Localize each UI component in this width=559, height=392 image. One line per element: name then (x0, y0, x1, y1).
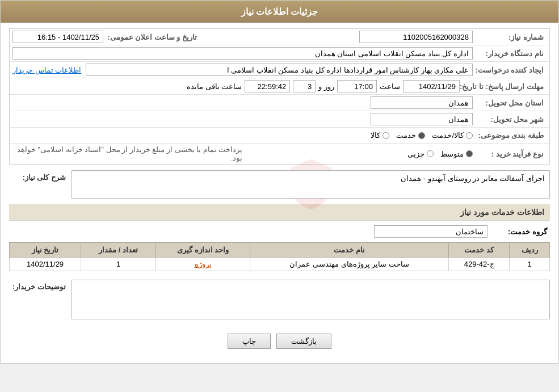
khadamat-section-title: اطلاعات خدمات مورد نیاز (9, 204, 550, 221)
saaat-label: ساعت (380, 82, 400, 91)
ijad-value: علی مکاری بهار کارشناس امور قراردادها اد… (86, 64, 473, 76)
radio-circle-jozi (427, 150, 434, 157)
col-tarikh: تاریخ نیاز (10, 243, 81, 258)
col-kod: کد خدمت (448, 243, 509, 258)
cell-nam: ساخت سایر پروژه‌های مهندسی عمران (250, 258, 449, 271)
row-noea: نوع فرآیند خرید : متوسط جزیی پرداخت تمام… (10, 144, 549, 164)
row-dastgah: نام دستگاه خریدار: اداره کل بنیاد مسکن ا… (10, 45, 549, 62)
table-row: 1 ج-42-429 ساخت سایر پروژه‌های مهندسی عم… (10, 258, 550, 271)
row-shomara: شماره نیاز: 1102005162000328 تاریخ و ساع… (10, 29, 549, 45)
ostan-value: همدان (371, 96, 473, 109)
cell-radif: 1 (510, 258, 550, 271)
sharh-container: ANA اجرای آسفالت معابر در روستای آبهندو … (72, 170, 550, 199)
ostan-label: استان محل تحویل: (473, 99, 547, 107)
table-body: 1 ج-42-429 ساخت سایر پروژه‌های مهندسی عم… (10, 258, 550, 271)
col-tedad: تعداد / مقدار (81, 243, 156, 258)
mohlat-date: 1402/11/29 (403, 80, 460, 92)
sharh-section: ANA اجرای آسفالت معابر در روستای آبهندو … (9, 170, 550, 199)
radio-kala: کالا (371, 131, 389, 140)
cell-tarikh: 1402/11/29 (10, 258, 81, 271)
kala-label: کالا (371, 131, 380, 140)
row-mohlat: مهلت ارسال پاسخ: تا تاریخ: 1402/11/29 سا… (10, 78, 549, 95)
radio-circle-motavaset (466, 150, 473, 157)
sharh-label: شرح کلی نیاز: (9, 170, 72, 182)
page-header: جزئیات اطلاعات نیاز (1, 1, 558, 23)
shomara-value: 1102005162000328 (359, 31, 473, 43)
mohlat-label: مهلت ارسال پاسخ: تا تاریخ: (460, 82, 547, 91)
saaat-baqi-label: ساعت باقی مانده (187, 82, 242, 91)
shahr-label: شهر محل تحویل: (473, 115, 547, 124)
tavzihat-box (72, 280, 550, 319)
row-ostan: استان محل تحویل: همدان (10, 95, 549, 111)
col-vahed: واحد اندازه گیری (156, 243, 250, 258)
sharh-value-box: اجرای آسفالت معابر در روستای آبهندو - هم… (72, 170, 550, 199)
noea-description: پرداخت تمام یا بخشی از مبلغ خریدار از مح… (12, 145, 243, 162)
kala-khedmat-label: کالا/خدمت (432, 131, 464, 140)
tabagheh-label: طبقه بندی موضوعی: (473, 131, 547, 140)
roz-o-label: روز و (318, 82, 334, 91)
tarikh-label: تاریخ و ساعت اعلان عمومی: (103, 33, 200, 41)
motavaset-label: متوسط (440, 150, 464, 158)
radio-motavaset: متوسط (440, 150, 473, 158)
tavzihat-section: توضیحات خریدار: (9, 280, 550, 319)
sharh-text: اجرای آسفالت معابر در روستای آبهندو - هم… (401, 174, 545, 183)
services-table: ردیف کد خدمت نام خدمت واحد اندازه گیری ت… (9, 242, 550, 271)
contact-link[interactable]: اطلاعات تماس خریدار (12, 66, 81, 74)
main-content: شماره نیاز: 1102005162000328 تاریخ و ساع… (1, 23, 558, 363)
tabagheh-options: کالا/خدمت خدمت کالا (12, 131, 473, 140)
table-head: ردیف کد خدمت نام خدمت واحد اندازه گیری ت… (10, 243, 550, 258)
radio-jozi: جزیی (407, 150, 434, 158)
group-value: ساختمان (374, 225, 487, 238)
row-ijad: ایجاد کننده درخواست: علی مکاری بهار کارش… (10, 62, 549, 78)
info-section: شماره نیاز: 1102005162000328 تاریخ و ساع… (9, 28, 550, 165)
dastgah-label: نام دستگاه خریدار: (473, 49, 547, 58)
radio-khedmat: خدمت (396, 131, 425, 140)
page-title: جزئیات اطلاعات نیاز (241, 7, 318, 16)
tarikh-value: 1402/11/25 - 16:15 (12, 31, 103, 43)
col-radif: ردیف (510, 243, 550, 258)
col-nam: نام خدمت (250, 243, 449, 258)
radio-circle-kala (383, 132, 389, 139)
mohlat-remaining: 22:59:42 (245, 80, 290, 92)
radio-circle-kala-khedmat (466, 132, 473, 139)
mohlat-days: 3 (293, 80, 316, 92)
group-row: گروه خدمت: ساختمان (9, 225, 550, 238)
radio-kala-khedmat: کالا/خدمت (432, 131, 473, 140)
dastgah-value: اداره کل بنیاد مسکن انقلاب اسلامی استان … (12, 47, 473, 60)
row-shahr: شهر محل تحویل: همدان (10, 111, 549, 128)
tavzihat-label: توضیحات خریدار: (9, 280, 72, 291)
table-header-row: ردیف کد خدمت نام خدمت واحد اندازه گیری ت… (10, 243, 550, 258)
shahr-value: همدان (371, 113, 473, 125)
bottom-buttons: بازگشت چاپ (9, 325, 550, 357)
ijad-label: ایجاد کننده درخواست: (473, 66, 547, 74)
page-container: جزئیات اطلاعات نیاز شماره نیاز: 11020051… (0, 0, 559, 364)
back-button[interactable]: بازگشت (276, 334, 331, 349)
row-tabagheh: طبقه بندی موضوعی: کالا/خدمت خدمت کالا (10, 128, 549, 144)
shomara-label: شماره نیاز: (473, 33, 547, 41)
mohlat-time: 17:00 (337, 80, 377, 92)
noea-options: متوسط جزیی (243, 150, 473, 158)
khedmat-label: خدمت (396, 131, 416, 140)
radio-circle-khedmat (418, 132, 425, 139)
cell-vahed[interactable]: پروژه (156, 258, 250, 271)
noea-label: نوع فرآیند خرید : (473, 150, 547, 158)
group-label: گروه خدمت: (487, 227, 550, 236)
print-button[interactable]: چاپ (228, 334, 271, 349)
jozi-label: جزیی (407, 150, 424, 158)
cell-tedad: 1 (81, 258, 156, 271)
cell-kod: ج-42-429 (448, 258, 509, 271)
